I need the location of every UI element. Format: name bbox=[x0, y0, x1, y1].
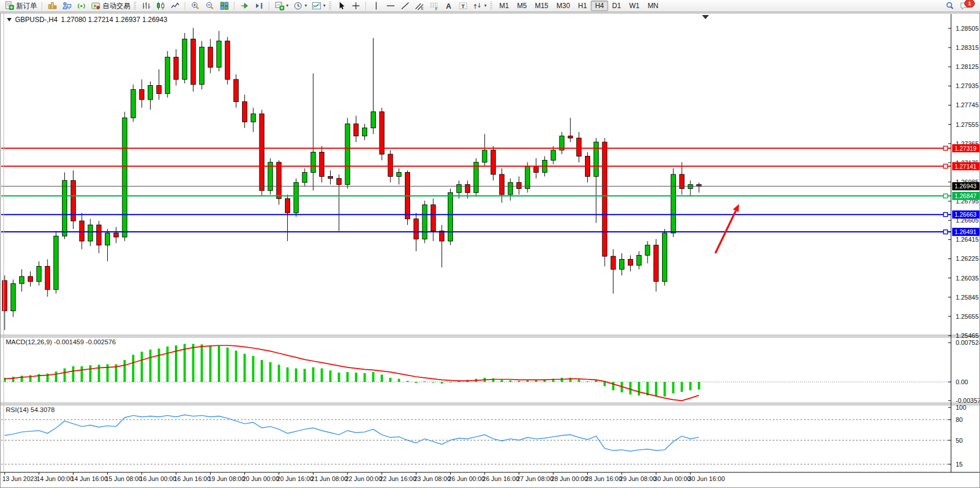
macd-histogram-bar bbox=[500, 380, 503, 382]
timeframe-h4[interactable]: H4 bbox=[591, 1, 608, 11]
candle bbox=[602, 142, 607, 256]
macd-histogram-bar bbox=[64, 369, 66, 382]
candle bbox=[448, 192, 453, 241]
tile-windows-button[interactable] bbox=[217, 0, 232, 12]
autotrading-button[interactable]: 自动交易 bbox=[89, 0, 133, 12]
new-chart-button[interactable] bbox=[272, 0, 291, 12]
macd-histogram-bar bbox=[672, 382, 674, 394]
macd-histogram-bar bbox=[381, 374, 383, 382]
macd-histogram-bar bbox=[123, 360, 126, 382]
trendline-button[interactable] bbox=[398, 0, 412, 12]
candle bbox=[320, 152, 324, 177]
macd-histogram-bar bbox=[655, 382, 657, 396]
toolbar-grip[interactable] bbox=[329, 2, 331, 10]
candle bbox=[422, 205, 427, 239]
search-button[interactable] bbox=[943, 0, 957, 12]
text-label-button[interactable] bbox=[456, 0, 470, 12]
market-watch-button[interactable] bbox=[45, 0, 60, 12]
candle bbox=[363, 128, 367, 136]
time-axis-label: 20 Jun 00:00 bbox=[242, 475, 279, 482]
notification-badge: 1 bbox=[964, 0, 975, 8]
signals-button[interactable] bbox=[74, 0, 89, 12]
timeframe-h1[interactable]: H1 bbox=[574, 1, 591, 11]
zoom-in-button[interactable] bbox=[188, 0, 203, 12]
auto-scroll-button[interactable] bbox=[237, 0, 252, 12]
tiles-icon bbox=[220, 1, 229, 10]
collapse-arrow-icon[interactable] bbox=[7, 18, 12, 21]
candle bbox=[474, 162, 478, 192]
crosshair-button[interactable] bbox=[349, 0, 363, 12]
macd-histogram-bar bbox=[192, 344, 195, 382]
candle bbox=[499, 174, 504, 195]
vertical-line-button[interactable] bbox=[369, 0, 383, 12]
candle bbox=[251, 114, 255, 122]
price-axis-label: 1.26225 bbox=[956, 255, 979, 262]
candle bbox=[491, 150, 496, 174]
bar-chart-button[interactable] bbox=[139, 0, 153, 12]
macd-histogram-bar bbox=[432, 382, 434, 383]
time-axis-label: 19 Jun 08:00 bbox=[208, 475, 245, 482]
level-handle[interactable] bbox=[944, 164, 948, 168]
toolbar-grip[interactable] bbox=[490, 2, 492, 10]
candle bbox=[431, 205, 436, 231]
candle bbox=[440, 231, 444, 241]
equidistant-channel-button[interactable] bbox=[412, 0, 427, 12]
strategy-tester-button[interactable] bbox=[60, 0, 74, 12]
shift-icon bbox=[254, 1, 264, 10]
templates-button[interactable] bbox=[309, 0, 328, 12]
macd-histogram-bar bbox=[415, 382, 417, 383]
chat-button[interactable]: 1 bbox=[957, 0, 972, 12]
horizontal-line-button[interactable] bbox=[383, 0, 398, 12]
new-order-button[interactable]: 新订单 bbox=[2, 0, 39, 12]
toolbar-group-chart-tools bbox=[133, 0, 328, 12]
macd-histogram-bar bbox=[346, 372, 349, 382]
level-handle[interactable] bbox=[944, 230, 948, 234]
timeframe-d1[interactable]: D1 bbox=[608, 1, 625, 11]
timeframe-mn[interactable]: MN bbox=[643, 1, 663, 11]
chart-shift-button[interactable] bbox=[252, 0, 266, 12]
zoom-out-button[interactable] bbox=[203, 0, 217, 12]
macd-histogram-bar bbox=[638, 382, 640, 395]
macd-histogram-bar bbox=[612, 382, 615, 390]
time-axis-label: 23 Jun 08:00 bbox=[414, 475, 451, 482]
dropdown-caret-icon[interactable] bbox=[286, 3, 288, 8]
timeframe-m5[interactable]: M5 bbox=[513, 1, 531, 11]
candle bbox=[456, 184, 461, 192]
price-tag-label: 1.27141 bbox=[955, 163, 977, 170]
text-button[interactable] bbox=[441, 0, 456, 12]
fibonacci-button[interactable] bbox=[427, 0, 441, 12]
chart-canvas[interactable]: 1.285051.283151.281251.279351.277451.275… bbox=[0, 13, 980, 488]
macd-pane[interactable] bbox=[1, 337, 951, 403]
splitter-rsi[interactable] bbox=[0, 403, 980, 405]
timeframe-m30[interactable]: M30 bbox=[553, 1, 574, 11]
line-chart-button[interactable] bbox=[168, 0, 182, 12]
macd-histogram-bar bbox=[295, 369, 297, 382]
level-handle[interactable] bbox=[944, 146, 948, 150]
candle bbox=[28, 276, 32, 282]
rsi-pane[interactable] bbox=[1, 405, 951, 471]
cursor-button[interactable] bbox=[334, 0, 349, 12]
time-axis-label: 30 Jun 16:00 bbox=[688, 475, 725, 482]
macd-histogram-bar bbox=[492, 378, 495, 382]
toolbar-group-right: 1 bbox=[943, 0, 978, 12]
macd-histogram-bar bbox=[389, 378, 392, 382]
toolbar-grip[interactable] bbox=[134, 2, 136, 10]
dropdown-caret-icon[interactable] bbox=[323, 3, 326, 8]
level-handle[interactable] bbox=[944, 213, 948, 217]
candle bbox=[482, 150, 487, 162]
dropdown-caret-icon[interactable] bbox=[305, 3, 307, 8]
timeframe-w1[interactable]: W1 bbox=[625, 1, 643, 11]
dropdown-caret-icon[interactable] bbox=[484, 3, 487, 8]
candle bbox=[122, 118, 127, 237]
splitter-macd[interactable] bbox=[0, 335, 980, 337]
macd-histogram-bar bbox=[200, 344, 203, 382]
periods-button[interactable] bbox=[291, 0, 309, 12]
candlestick-chart-button[interactable] bbox=[153, 0, 168, 12]
new-order-button-label: 新订单 bbox=[16, 1, 37, 11]
arrows-button[interactable] bbox=[470, 0, 489, 12]
macd-histogram-bar bbox=[372, 372, 374, 382]
macd-histogram-bar bbox=[89, 365, 92, 382]
timeframe-m1[interactable]: M1 bbox=[495, 1, 513, 11]
level-handle[interactable] bbox=[944, 194, 948, 198]
timeframe-m15[interactable]: M15 bbox=[531, 1, 552, 11]
